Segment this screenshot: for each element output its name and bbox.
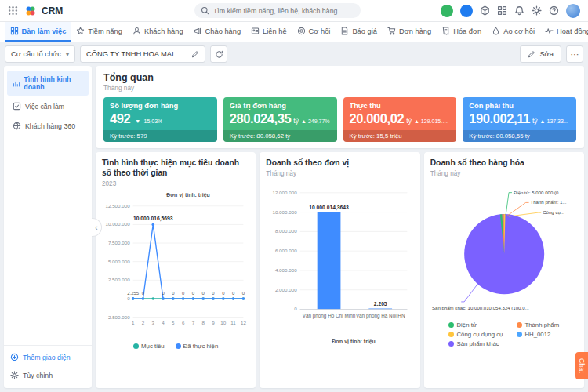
sales-target-chart-card: Tình hình thực hiện mục tiêu doanh số th… [96,152,256,388]
kpi-delta: ▼ -15,03% [135,118,162,124]
svg-text:2.205: 2.205 [374,300,387,306]
topbar-actions [441,4,580,18]
notifications-bell-icon[interactable] [514,5,524,16]
app-name: CRM [42,5,63,16]
edit-pencil-icon[interactable] [191,50,199,58]
svg-text:0: 0 [127,296,130,301]
company-input[interactable] [86,50,187,58]
kpi-thuc-thu[interactable]: Thực thu 20.000,02 tỷ ▲ 129.015.696,24% … [343,97,457,142]
modules-grid-icon[interactable] [497,5,507,16]
tab-khach-hang[interactable]: Khách hàng [127,22,188,42]
bar-chart: 12.000.00010.000.0008.000.0006.000.0004.… [266,179,413,348]
kpi-con-phai-thu[interactable]: Còn phải thu 190.002,11 tỷ ▲ 137,33... K… [463,97,576,142]
svg-text:0: 0 [162,291,165,296]
svg-text:2: 2 [142,320,145,325]
svg-text:0: 0 [172,291,175,296]
sidebar-item-viec-can-lam[interactable]: Việc cần làm [7,97,89,115]
global-search[interactable] [194,3,361,18]
sales-by-product-chart-card: Doanh số theo hàng hóa Tháng này Điện tử… [424,152,584,388]
svg-text:5: 5 [172,320,175,325]
customize-button[interactable]: Tùy chỉnh [4,366,92,384]
tab-hoa-don[interactable]: Hóa đơn [437,22,487,42]
svg-text:Điện tử: 5.000.000 (0...: Điện tử: 5.000.000 (0... [514,189,563,194]
tab-hoat-dong[interactable]: Hoạt động [539,22,588,42]
svg-text:2.500.000: 2.500.000 [108,277,130,282]
svg-text:7.500.000: 7.500.000 [108,240,130,245]
tab-bao-gia[interactable]: Báo giá [336,22,383,42]
svg-text:10.000.014,3643: 10.000.014,3643 [310,205,350,211]
workspace-badge-icon[interactable] [441,5,453,17]
svg-text:0: 0 [242,291,245,296]
svg-text:8: 8 [201,320,205,325]
pie-chart-legend: Điện tử Thành phẩm Công cụ dụng cụ HH_00… [430,321,578,347]
app-launcher-icon[interactable] [8,5,18,16]
svg-text:Công cụ...: Công cụ... [543,209,564,215]
help-icon[interactable] [549,5,559,16]
svg-text:7: 7 [192,320,195,325]
svg-text:12.500.000: 12.500.000 [105,203,130,209]
search-input[interactable] [213,7,354,15]
svg-text:0: 0 [182,291,185,296]
overview-title: Tổng quan [103,72,576,83]
svg-text:Văn phòng Hồ Chí Minh: Văn phòng Hồ Chí Minh [303,312,356,319]
edit-dashboard-button[interactable]: Sửa [520,45,561,63]
tab-chao-hang[interactable]: Chào hàng [188,22,246,42]
kpi-previous: Kỳ trước: 80.058,62 tỷ [223,130,337,142]
svg-text:Đơn vị tính: triệu: Đơn vị tính: triệu [166,192,210,198]
svg-text:12: 12 [241,320,246,325]
settings-gear-icon[interactable] [532,5,542,16]
tab-ban-lam-viec[interactable]: Bàn làm việc [5,22,71,42]
svg-text:9: 9 [212,320,215,325]
kpi-so-luong-don-hang[interactable]: Số lượng đơn hàng 492 ▼ -15,03% Kỳ trước… [103,97,217,142]
svg-text:6: 6 [182,320,185,325]
search-icon [201,6,209,15]
user-avatar[interactable] [566,4,580,18]
more-options-button[interactable]: ⋯ [566,45,583,63]
svg-text:-2.500.000: -2.500.000 [107,314,130,319]
svg-text:0: 0 [192,291,195,296]
svg-text:10.000.016,5693: 10.000.016,5693 [133,216,173,222]
svg-text:Đơn vị tính: triệu: Đơn vị tính: triệu [332,339,376,344]
kpi-delta: ▲ 137,33... [540,118,568,124]
svg-text:10: 10 [220,320,226,325]
line-chart: 12.500.00010.000.0007.500.0005.000.0002.… [102,189,249,340]
sidebar-item-tinh-hinh-kinh-doanh[interactable]: Tình hình kinh doanh [7,71,89,96]
topbar: CRM [0,0,588,22]
content-area: Tình hình kinh doanh Việc cần làm Khách … [0,66,588,392]
crm-logo: CRM [24,5,63,17]
apps-cube-icon[interactable] [480,5,490,16]
add-dashboard-button[interactable]: Thêm giao diện [4,348,92,366]
kpi-row: Số lượng đơn hàng 492 ▼ -15,03% Kỳ trước… [103,97,576,142]
kpi-delta: ▲ 129.015.696,24% [414,118,450,124]
refresh-button[interactable] [210,45,227,63]
tab-don-hang[interactable]: Đơn hàng [382,22,436,42]
svg-text:0: 0 [212,291,215,296]
svg-text:Sản phẩm khác: 10.000.010.054.: Sản phẩm khác: 10.000.010.054.324 (100,0… [432,305,529,310]
svg-text:2.000.000: 2.000.000 [275,287,297,292]
svg-text:0: 0 [202,291,205,296]
module-tabbar: Bàn làm việc Tiềm năng Khách hàng Chào h… [0,22,588,42]
svg-text:10.000.000: 10.000.000 [273,209,298,214]
dashboard-toolbar: Cơ cấu tổ chức ▾ Sửa ⋯ [0,42,588,66]
community-badge-icon[interactable] [460,5,473,17]
tab-co-hoi[interactable]: Cơ hội [292,22,336,42]
svg-text:5.000.000: 5.000.000 [108,258,130,263]
svg-text:1: 1 [132,320,135,325]
kpi-previous: Kỳ trước: 579 [103,130,217,142]
kpi-delta: ▲ 249,77% [301,118,330,124]
svg-text:12.000.000: 12.000.000 [273,190,298,195]
chat-tab[interactable]: Chat [575,352,588,379]
kpi-gia-tri-don-hang[interactable]: Giá trị đơn hàng 280.024,35 tỷ ▲ 249,77%… [223,97,337,142]
tab-lien-he[interactable]: Liên hệ [246,22,292,42]
dashboard-sidebar: Tình hình kinh doanh Việc cần làm Khách … [4,66,92,388]
svg-text:11: 11 [230,320,236,325]
overview-card: Tổng quan Tháng này Số lượng đơn hàng 49… [96,66,584,148]
tab-ao-co-hoi[interactable]: Ao cơ hội [487,22,540,42]
company-field[interactable] [80,45,205,63]
tab-tiem-nang[interactable]: Tiềm năng [71,22,128,42]
svg-text:10.000.000: 10.000.000 [105,221,130,227]
org-structure-select[interactable]: Cơ cấu tổ chức ▾ [5,45,75,63]
svg-text:2.255: 2.255 [127,291,140,296]
svg-text:4: 4 [162,320,165,325]
sidebar-item-khach-hang-360[interactable]: Khách hàng 360 [7,117,89,135]
